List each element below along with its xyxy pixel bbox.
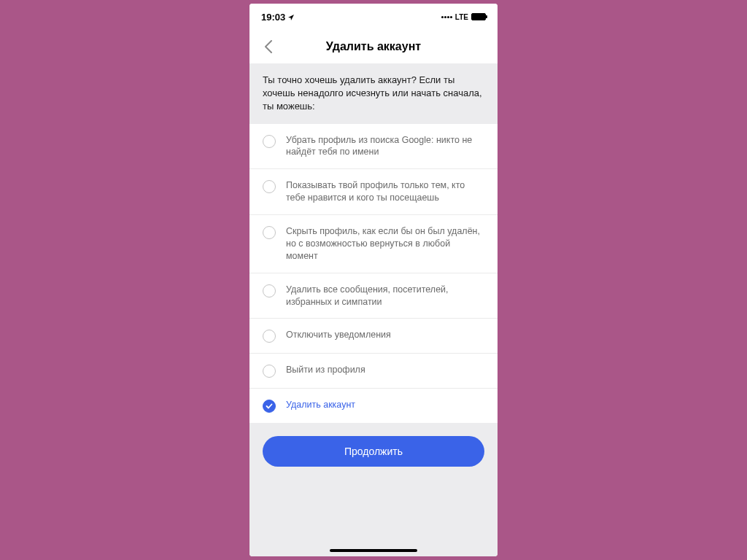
radio-icon	[263, 330, 276, 343]
option-label: Убрать профиль из поиска Google: никто н…	[286, 134, 484, 159]
options-list: Убрать профиль из поиска Google: никто н…	[249, 124, 498, 424]
chevron-left-icon	[264, 40, 273, 53]
option-show-to-liked[interactable]: Показывать твой профиль только тем, кто …	[249, 169, 498, 215]
battery-icon	[471, 13, 486, 20]
option-label: Удалить все сообщения, посетителей, избр…	[286, 284, 484, 308]
network-label: LTE	[455, 13, 468, 21]
radio-icon	[263, 365, 276, 378]
option-hide-profile[interactable]: Скрыть профиль, как если бы он был удалё…	[249, 215, 498, 273]
option-label: Показывать твой профиль только тем, кто …	[286, 179, 484, 204]
status-left: 19:03	[261, 12, 294, 23]
nav-header: Удалить аккаунт	[249, 30, 498, 63]
signal-icon	[441, 16, 452, 18]
option-sign-out[interactable]: Выйти из профиля	[249, 354, 498, 389]
option-label: Удалить аккаунт	[286, 399, 355, 411]
footer: Продолжить	[249, 423, 498, 556]
status-time: 19:03	[261, 12, 285, 23]
home-indicator[interactable]	[330, 549, 417, 552]
radio-icon	[263, 284, 276, 298]
option-hide-from-google[interactable]: Убрать профиль из поиска Google: никто н…	[249, 124, 498, 170]
option-disable-notifications[interactable]: Отключить уведомления	[249, 319, 498, 354]
option-delete-account[interactable]: Удалить аккаунт	[249, 389, 498, 423]
info-text: Ты точно хочешь удалить аккаунт? Если ты…	[249, 63, 498, 124]
radio-icon	[263, 180, 276, 193]
radio-checked-icon	[263, 400, 276, 413]
continue-button[interactable]: Продолжить	[263, 436, 484, 467]
continue-label: Продолжить	[344, 446, 403, 457]
radio-icon	[263, 135, 276, 148]
option-label: Отключить уведомления	[286, 329, 391, 341]
back-button[interactable]	[260, 38, 277, 55]
option-delete-messages[interactable]: Удалить все сообщения, посетителей, избр…	[249, 273, 498, 319]
page-title: Удалить аккаунт	[326, 40, 421, 53]
phone-frame: 19:03 LTE Удалить аккаунт Ты точно хочеш…	[249, 4, 498, 556]
radio-icon	[263, 226, 276, 239]
status-right: LTE	[441, 13, 486, 21]
location-arrow-icon	[288, 12, 294, 23]
status-bar: 19:03 LTE	[249, 4, 498, 30]
option-label: Выйти из профиля	[286, 364, 365, 376]
option-label: Скрыть профиль, как если бы он был удалё…	[286, 225, 484, 262]
